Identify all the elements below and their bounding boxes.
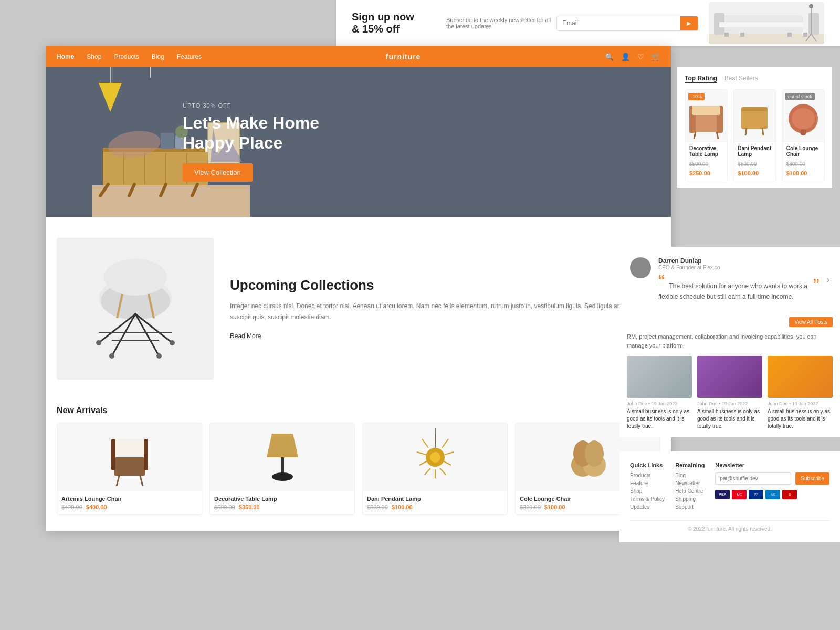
blog-post-1: John Doe • 19 Jan 2022 A small business … — [627, 356, 692, 430]
products-right-grid: -10% Decorative Table Lamp — [685, 89, 825, 181]
footer-subscribe-button[interactable]: Subscribe — [795, 472, 829, 485]
nav-link-shop[interactable]: Shop — [87, 53, 101, 60]
blog-meta-2: John Doe • 19 Jan 2022 — [697, 401, 762, 406]
footer-link-updates[interactable]: Updates — [630, 504, 665, 510]
navbar-icons: 🔍 👤 ♡ 🛒 — [605, 52, 660, 61]
right-product-name-1: Decorative Table Lamp — [689, 145, 723, 157]
blog-post-2: John Doe • 19 Jan 2022 A small business … — [697, 356, 762, 430]
page-wrapper: Sign up now & 15% off Subscribe to the w… — [0, 0, 840, 630]
newsletter-email-input[interactable] — [557, 16, 680, 30]
hero-promo-text: UPTO 30% OFF — [183, 102, 319, 109]
testimonial-text-wrap: “ The best solution for anyone who wants… — [658, 275, 820, 302]
svg-line-58 — [417, 452, 426, 455]
right-product-info-2: Dani Pendant Lamp $500.00 $100.00 — [733, 142, 775, 181]
svg-line-63 — [440, 468, 446, 475]
product-img-3 — [363, 423, 507, 491]
svg-line-57 — [442, 439, 448, 448]
testimonial-next-arrow[interactable]: › — [827, 275, 830, 285]
svg-line-61 — [443, 461, 451, 465]
product-info-1: Artemis Lounge Chair $420.00 $400.00 — [57, 491, 202, 514]
footer-link-terms[interactable]: Terms & Policy — [630, 496, 665, 502]
tab-top-rating[interactable]: Top Rating — [685, 75, 717, 83]
nav-link-features[interactable]: Features — [177, 53, 202, 60]
blog-meta-3: John Doe • 19 Jan 2022 — [768, 401, 833, 406]
footer-email-input[interactable] — [715, 472, 791, 485]
hero-banner: UPTO 30% OFF Let's Make Home Happy Place… — [46, 67, 671, 217]
svg-point-82 — [792, 108, 815, 129]
blog-title-1[interactable]: A small business is only as good as its … — [627, 408, 692, 430]
newsletter-signup-title: Sign up now & 15% off — [352, 11, 436, 35]
svg-line-56 — [422, 439, 428, 448]
footer-link-blog[interactable]: Blog — [675, 472, 705, 478]
paypal-icon: PP — [749, 490, 763, 499]
new-arrivals-section: New Arrivals 🛒 — [46, 401, 671, 531]
svg-rect-4 — [719, 22, 803, 27]
wishlist-btn-1[interactable]: ♡ — [123, 475, 136, 487]
nav-link-products[interactable]: Products — [114, 53, 139, 60]
blog-posts-grid: John Doe • 19 Jan 2022 A small business … — [627, 356, 833, 430]
blog-title-2[interactable]: A small business is only as good as its … — [697, 408, 762, 430]
svg-line-59 — [445, 452, 454, 455]
right-product-card-3: out of stock Cole Lounge Chair $300.00 $… — [782, 89, 825, 181]
nav-link-home[interactable]: Home — [57, 53, 74, 60]
upcoming-chair-image — [57, 238, 214, 380]
footer-col-quick-links: Quick Links Products Feature Shop Terms … — [630, 462, 665, 512]
svg-rect-74 — [692, 106, 720, 115]
right-products-panel: Top Rating Best Sellers -10% — [677, 67, 832, 188]
footer-link-shipping[interactable]: Shipping — [675, 496, 705, 502]
svg-point-42 — [170, 340, 175, 345]
footer-col-newsletter: Newsletter Subscribe VISA MC PP — [715, 462, 829, 512]
right-product-info-3: Cole Lounge Chair $300.00 $100.00 — [782, 142, 824, 181]
read-more-link[interactable]: Read More — [230, 332, 261, 340]
products-tabs: Top Rating Best Sellers — [685, 75, 825, 83]
payment-icons: VISA MC PP AX D — [715, 490, 829, 499]
search-icon[interactable]: 🔍 — [605, 52, 614, 61]
add-to-cart-btn-1[interactable]: 🛒 — [108, 475, 120, 487]
svg-line-35 — [99, 314, 135, 343]
upcoming-text: Upcoming Collections Integer nec cursus … — [230, 277, 660, 340]
svg-line-36 — [135, 314, 172, 343]
svg-rect-46 — [111, 439, 148, 457]
hero-content: UPTO 30% OFF Let's Make Home Happy Place… — [46, 102, 319, 182]
mastercard-icon: MC — [732, 490, 747, 499]
svg-rect-78 — [741, 107, 768, 111]
footer-section: Quick Links Products Feature Shop Terms … — [620, 452, 840, 542]
wishlist-icon[interactable]: ♡ — [637, 52, 644, 61]
right-product-price-1: $500.00 $250.00 — [689, 159, 723, 177]
nav-link-blog[interactable]: Blog — [152, 53, 164, 60]
tab-best-sellers[interactable]: Best Sellers — [724, 75, 758, 83]
discover-icon: D — [782, 490, 797, 499]
footer-link-products[interactable]: Products — [630, 472, 665, 478]
footer-link-support[interactable]: Support — [675, 504, 705, 510]
product-badge-3: out of stock — [785, 93, 815, 100]
footer-link-help[interactable]: Help Centre — [675, 488, 705, 494]
footer-link-feature[interactable]: Feature — [630, 480, 665, 486]
footer-link-shop[interactable]: Shop — [630, 488, 665, 494]
view-all-posts-button[interactable]: View All Posts — [789, 317, 833, 327]
blog-post-3: John Doe • 19 Jan 2022 A small business … — [768, 356, 833, 430]
product-price-3: $500.00 $100.00 — [367, 504, 503, 510]
testimonial-role: CEO & Founder at Flex.co — [658, 265, 820, 270]
product-name-2: Decorative Table Lamp — [214, 496, 350, 502]
upcoming-section: Upcoming Collections Integer nec cursus … — [46, 217, 671, 401]
newsletter-send-button[interactable]: ► — [680, 16, 698, 30]
svg-rect-6 — [740, 33, 744, 37]
quickview-btn-1[interactable]: 🔍 — [139, 475, 152, 487]
footer-newsletter-title: Newsletter — [715, 462, 829, 468]
view-collection-button[interactable]: View Collection — [183, 163, 253, 182]
svg-rect-71 — [692, 113, 720, 132]
newsletter-right: Subscribe to the weekly newsletter for a… — [446, 16, 698, 31]
svg-line-33 — [112, 314, 135, 356]
user-icon[interactable]: 👤 — [621, 52, 630, 61]
cart-icon[interactable]: 🛒 — [652, 52, 660, 61]
blog-title-3[interactable]: A small business is only as good as its … — [768, 408, 833, 430]
testimonial-name: Darren Dunlap — [658, 257, 820, 265]
svg-line-60 — [419, 461, 427, 465]
footer-remaining-title: Remaining — [675, 462, 705, 468]
svg-rect-7 — [788, 33, 792, 37]
product-img-1: 🛒 ♡ 🔍 — [57, 423, 202, 491]
product-price-2: $500.00 $350.00 — [214, 504, 350, 510]
quote-open-icon: “ — [658, 271, 665, 292]
footer-link-newsletter[interactable]: Newsletter — [675, 480, 705, 486]
amex-icon: AX — [765, 490, 780, 499]
